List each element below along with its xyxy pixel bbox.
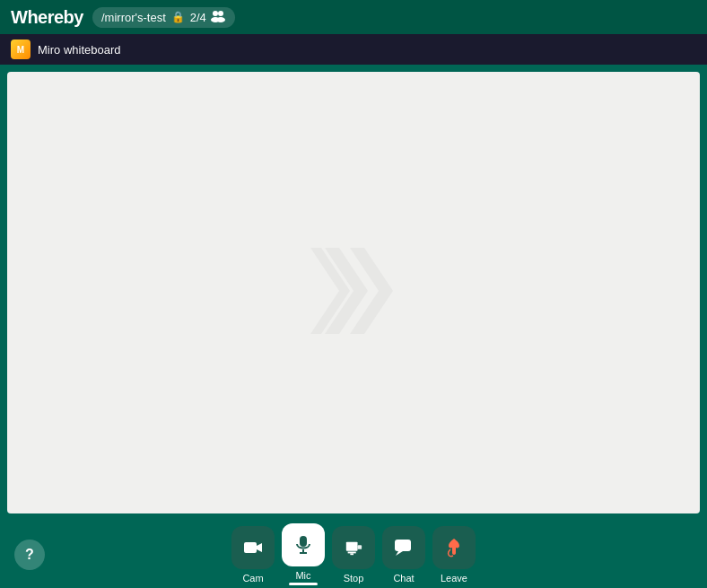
svg-rect-9 xyxy=(346,541,358,550)
bottom-toolbar: ? Cam Mic xyxy=(0,521,707,588)
people-icon xyxy=(210,10,226,25)
mic-active-indicator xyxy=(289,583,318,585)
toolbar-buttons: Cam Mic xyxy=(231,523,476,585)
main-content-area xyxy=(7,72,700,513)
participant-count: 2/4 xyxy=(190,11,206,24)
svg-marker-14 xyxy=(396,551,403,556)
chat-label: Chat xyxy=(393,573,414,584)
mic-button[interactable]: Mic xyxy=(282,523,325,585)
miro-logo-icon: M xyxy=(11,39,31,59)
stop-label: Stop xyxy=(344,573,364,584)
leave-button[interactable]: Leave xyxy=(432,526,476,584)
participant-info: 2/4 xyxy=(190,10,226,25)
room-name: /mirror's-test xyxy=(101,11,166,24)
header: Whereby /mirror's-test 🔒 2/4 xyxy=(0,0,707,34)
svg-rect-10 xyxy=(348,551,356,553)
svg-rect-13 xyxy=(395,540,411,551)
miro-bar[interactable]: M Miro whiteboard xyxy=(0,34,707,65)
stop-button[interactable]: Stop xyxy=(332,526,375,584)
cam-label: Cam xyxy=(242,573,263,584)
whereby-watermark xyxy=(282,219,425,366)
chat-button[interactable]: Chat xyxy=(382,526,425,584)
svg-point-0 xyxy=(213,11,218,16)
help-button[interactable]: ? xyxy=(14,540,45,570)
svg-marker-5 xyxy=(257,543,262,552)
mic-icon xyxy=(282,523,325,566)
svg-rect-6 xyxy=(300,536,307,547)
cam-button[interactable]: Cam xyxy=(231,526,275,584)
leave-icon xyxy=(432,526,476,569)
whereby-logo: Whereby xyxy=(11,7,83,28)
svg-rect-4 xyxy=(244,542,257,553)
svg-rect-11 xyxy=(350,553,354,555)
chat-icon xyxy=(382,526,425,569)
miro-title: Miro whiteboard xyxy=(38,43,121,57)
stop-icon xyxy=(332,526,375,569)
svg-point-1 xyxy=(218,11,223,16)
mic-label: Mic xyxy=(295,570,310,581)
cam-icon xyxy=(231,526,275,569)
svg-rect-12 xyxy=(358,545,362,549)
svg-point-3 xyxy=(216,17,225,22)
leave-label: Leave xyxy=(441,573,467,584)
lock-icon: 🔒 xyxy=(171,11,185,23)
room-info-badge: /mirror's-test 🔒 2/4 xyxy=(92,7,235,28)
